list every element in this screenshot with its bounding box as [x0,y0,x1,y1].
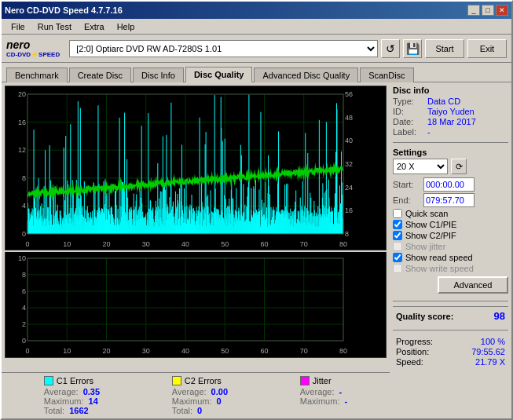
start-label: Start: [393,180,420,189]
tab-bar: Benchmark Create Disc Disc Info Disc Qua… [2,63,511,82]
position-label: Position: [396,347,429,356]
disc-label-value: - [427,127,431,137]
start-button[interactable]: Start [425,39,464,58]
maximize-button[interactable]: □ [482,5,494,16]
logo: nero CD-DVD⚡SPEED [6,38,60,58]
show-c1-pie-label: Show C1/PIE [405,220,456,229]
start-time-row: Start: [393,177,508,192]
divider-1 [393,142,508,143]
menu-file[interactable]: File [5,20,31,33]
menu-help[interactable]: Help [111,20,141,33]
tab-disc-quality[interactable]: Disc Quality [185,67,253,82]
disc-id-row: ID: Taiyo Yuden [393,107,508,116]
refresh-drive-button[interactable]: ↺ [381,39,400,58]
disc-date-row: Date: 18 Mar 2017 [393,117,508,126]
progress-section: Progress: 100 % Position: 79:55.62 Speed… [393,335,508,369]
jitter-avg-value: - [339,387,343,396]
show-write-speed-checkbox[interactable] [393,264,402,273]
jitter-max-label: Maximum: [300,396,340,406]
checkbox-write-speed: Show write speed [393,264,508,273]
checkbox-read-speed: Show read speed [393,253,508,262]
progress-row: Progress: 100 % [396,337,505,346]
show-c2-pif-label: Show C2/PIF [405,231,456,240]
disc-id-label: ID: [393,107,424,116]
minimize-button[interactable]: _ [467,5,480,16]
disc-date-label: Date: [393,117,424,126]
end-label: End: [393,195,420,205]
disc-date-value: 18 Mar 2017 [427,117,476,126]
right-panel: Disc info Type: Data CD ID: Taiyo Yuden … [390,82,511,418]
show-jitter-checkbox[interactable] [393,242,402,251]
disc-label-label: Label: [393,127,424,137]
close-button[interactable]: ✕ [496,5,508,16]
logo-sub: CD-DVD⚡SPEED [6,51,60,58]
exit-button[interactable]: Exit [467,39,507,58]
end-input[interactable] [423,193,475,207]
quick-scan-checkbox[interactable] [393,209,402,218]
c2-avg-label: Average: [172,387,207,396]
show-write-speed-label: Show write speed [405,264,474,273]
speed-row: 20 X 4 X 8 X 16 X Max ⟳ [393,159,508,174]
jitter-color-swatch [300,376,310,385]
chart-wrapper: C1 Errors Average: 0.35 Maximum: 14 Tota… [2,82,390,418]
c1-avg-value: 0.35 [83,387,100,396]
c1-color-swatch [44,376,53,385]
save-button[interactable]: 💾 [403,39,422,58]
c2-total-label: Total: [172,406,192,415]
divider-2 [393,301,508,301]
jitter-max-value: - [344,396,347,406]
quality-label: Quality score: [396,312,453,321]
disc-id-value: Taiyo Yuden [427,107,475,116]
logo-nero: nero [6,38,60,51]
c2-avg-value: 0.00 [211,387,228,396]
quality-value: 98 [494,310,505,322]
checkbox-c2-pif: Show C2/PIF [393,231,508,240]
c2-label: C2 Errors [185,376,222,385]
legend-jitter: Jitter Average: - Maximum: - [300,376,347,415]
start-input[interactable] [423,177,475,192]
c1-total-label: Total: [44,406,64,415]
position-value: 79:55.62 [471,347,505,356]
disc-type-row: Type: Data CD [393,97,508,106]
speed-label-progress: Speed: [396,357,423,367]
show-c2-pif-checkbox[interactable] [393,231,402,240]
toolbar: nero CD-DVD⚡SPEED [2:0] Optiarc DVD RW A… [2,35,511,63]
progress-label: Progress: [396,337,433,346]
tab-create-disc[interactable]: Create Disc [69,68,131,82]
show-jitter-label: Show jitter [405,242,445,251]
speed-row-progress: Speed: 21.79 X [396,357,505,367]
legend-c1: C1 Errors Average: 0.35 Maximum: 14 Tota… [44,376,100,415]
settings-section: Settings 20 X 4 X 8 X 16 X Max ⟳ Start: [393,148,508,294]
checkbox-jitter: Show jitter [393,242,508,251]
show-read-speed-checkbox[interactable] [393,253,402,262]
drive-select[interactable]: [2:0] Optiarc DVD RW AD-7280S 1.01 [69,40,378,57]
title-bar: Nero CD-DVD Speed 4.7.7.16 _ □ ✕ [2,2,511,19]
quality-score-row: Quality score: 98 [393,306,508,325]
end-time-row: End: [393,193,508,207]
c1-total-value: 1662 [69,406,88,415]
c2-color-swatch [172,376,181,385]
c1-max-label: Maximum: [44,396,84,406]
disc-info-section: Disc info Type: Data CD ID: Taiyo Yuden … [393,86,508,137]
tab-scan-disc[interactable]: ScanDisc [360,68,413,82]
c1-avg-label: Average: [44,387,79,396]
quick-scan-label: Quick scan [405,209,448,218]
disc-label-row: Label: - [393,127,508,137]
disc-type-label: Type: [393,97,424,106]
advanced-button[interactable]: Advanced [438,276,508,294]
tab-disc-info[interactable]: Disc Info [133,68,184,82]
checkbox-c1-pie: Show C1/PIE [393,220,508,229]
main-window: Nero CD-DVD Speed 4.7.7.16 _ □ ✕ File Ru… [0,0,513,420]
c2-total-value: 0 [197,406,202,415]
tab-advanced-disc-quality[interactable]: Advanced Disc Quality [254,68,358,82]
speed-refresh-button[interactable]: ⟳ [451,159,467,174]
show-c1-pie-checkbox[interactable] [393,220,402,229]
legend-c2: C2 Errors Average: 0.00 Maximum: 0 Total… [172,376,228,415]
c2-max-value: 0 [217,396,222,406]
menu-run-test[interactable]: Run Test [31,20,78,33]
c1-max-value: 14 [89,396,98,406]
menu-extra[interactable]: Extra [78,20,111,33]
show-read-speed-label: Show read speed [405,253,473,262]
tab-benchmark[interactable]: Benchmark [6,68,68,82]
speed-select[interactable]: 20 X 4 X 8 X 16 X Max [393,159,448,174]
